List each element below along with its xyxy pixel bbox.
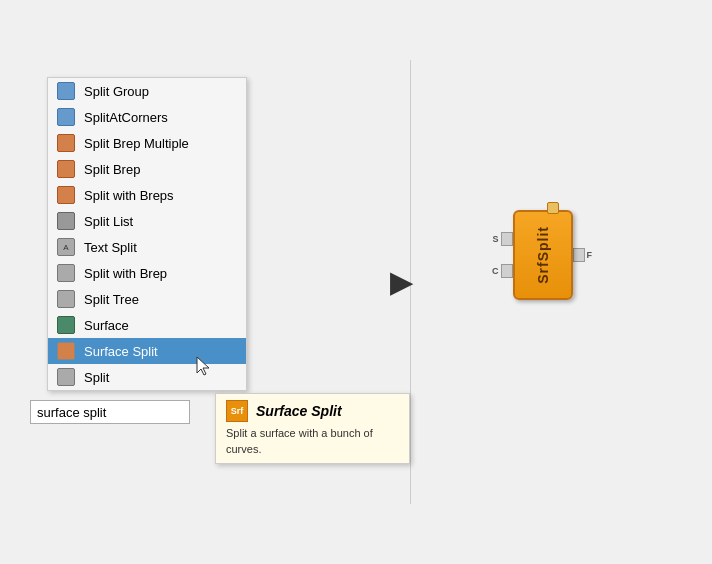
tooltip-icon-label: Srf bbox=[231, 406, 244, 416]
menu-item-text-split[interactable]: A Text Split bbox=[48, 234, 246, 260]
text-split-icon: A bbox=[56, 237, 76, 257]
menu-item-surface-split[interactable]: Surface Split bbox=[48, 338, 246, 364]
tooltip-header: Srf Surface Split bbox=[226, 400, 399, 422]
menu-item-label: Text Split bbox=[84, 240, 137, 255]
surface-split-icon bbox=[56, 341, 76, 361]
split-tree-icon bbox=[56, 289, 76, 309]
menu-item-label: Split with Brep bbox=[84, 266, 167, 281]
search-input[interactable] bbox=[37, 405, 183, 420]
menu-item-label: Split Group bbox=[84, 84, 149, 99]
menu-item-label: Surface bbox=[84, 318, 129, 333]
menu-item-label: Split Brep Multiple bbox=[84, 136, 189, 151]
menu-item-split-brep-multiple[interactable]: Split Brep Multiple bbox=[48, 130, 246, 156]
pin-c[interactable] bbox=[501, 264, 513, 278]
menu-item-label: Split bbox=[84, 370, 109, 385]
menu-item-surface[interactable]: Surface bbox=[48, 312, 246, 338]
menu-item-split-list[interactable]: Split List bbox=[48, 208, 246, 234]
menu-item-label: Split List bbox=[84, 214, 133, 229]
tooltip-title: Surface Split bbox=[256, 403, 342, 419]
split-with-brep-icon bbox=[56, 263, 76, 283]
left-pin-s: S bbox=[490, 229, 512, 249]
pin-s[interactable] bbox=[501, 232, 513, 246]
center-arrow: ▶ bbox=[390, 266, 412, 299]
menu-item-split-with-breps[interactable]: Split with Breps bbox=[48, 182, 246, 208]
split-with-breps-icon bbox=[56, 185, 76, 205]
menu-item-label: Surface Split bbox=[84, 344, 158, 359]
pin-s-label: S bbox=[492, 234, 498, 244]
node-body[interactable]: SrfSplit bbox=[513, 210, 573, 300]
menu-item-split-brep[interactable]: Split Brep bbox=[48, 156, 246, 182]
menu-item-split-at-corners[interactable]: SplitAtCorners bbox=[48, 104, 246, 130]
node-top-pin[interactable] bbox=[547, 202, 559, 214]
dropdown-menu: Split Group SplitAtCorners Split Brep Mu… bbox=[47, 77, 247, 391]
tooltip-description: Split a surface with a bunch of curves. bbox=[226, 426, 399, 457]
split-corners-icon bbox=[56, 107, 76, 127]
left-pin-c: C bbox=[490, 261, 513, 281]
split-brep-icon bbox=[56, 159, 76, 179]
menu-item-split-tree[interactable]: Split Tree bbox=[48, 286, 246, 312]
menu-item-split[interactable]: Split bbox=[48, 364, 246, 390]
menu-item-label: Split Tree bbox=[84, 292, 139, 307]
component-node: S C SrfSplit F bbox=[490, 210, 594, 300]
menu-item-split-with-brep[interactable]: Split with Brep bbox=[48, 260, 246, 286]
right-pins: F bbox=[573, 239, 595, 271]
left-pins: S C bbox=[490, 223, 513, 287]
right-pin-f: F bbox=[573, 245, 595, 265]
split-group-icon bbox=[56, 81, 76, 101]
tooltip: Srf Surface Split Split a surface with a… bbox=[215, 393, 410, 464]
menu-item-label: Split with Breps bbox=[84, 188, 174, 203]
pin-f[interactable] bbox=[573, 248, 585, 262]
menu-item-label: SplitAtCorners bbox=[84, 110, 168, 125]
pin-f-label: F bbox=[587, 250, 593, 260]
tooltip-icon: Srf bbox=[226, 400, 248, 422]
pin-c-label: C bbox=[492, 266, 499, 276]
menu-item-label: Split Brep bbox=[84, 162, 140, 177]
split-list-icon bbox=[56, 211, 76, 231]
split-icon bbox=[56, 367, 76, 387]
menu-item-split-group[interactable]: Split Group bbox=[48, 78, 246, 104]
node-title: SrfSplit bbox=[535, 226, 551, 284]
surface-icon bbox=[56, 315, 76, 335]
search-bar[interactable] bbox=[30, 400, 190, 424]
split-brep-multi-icon bbox=[56, 133, 76, 153]
